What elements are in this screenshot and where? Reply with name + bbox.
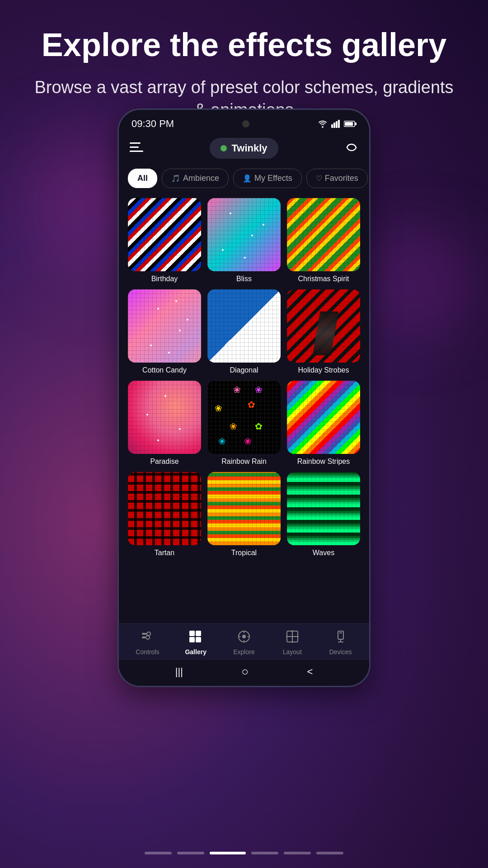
controls-label: Controls [136, 648, 159, 656]
ambience-icon: 🎵 [171, 174, 180, 183]
page-dot-4 [251, 852, 278, 854]
page-dot-6 [316, 852, 343, 854]
tab-ambience[interactable]: 🎵 Ambience [162, 169, 229, 188]
svg-rect-17 [189, 637, 195, 642]
camera-notch [242, 120, 249, 127]
effect-rainbow-stripes-label: Rainbow Stripes [297, 458, 350, 466]
svg-rect-5 [345, 122, 353, 126]
svg-rect-10 [130, 151, 143, 152]
signal-icon [331, 120, 340, 128]
page-dot-5 [284, 852, 311, 854]
layout-label: Layout [283, 648, 302, 656]
connection-status-dot [221, 145, 227, 151]
effect-tartan-label: Tartan [155, 549, 174, 557]
effect-rainbow-rain-label: Rainbow Rain [221, 458, 267, 466]
svg-rect-2 [336, 121, 338, 128]
favorites-icon: ♡ [316, 174, 322, 183]
devices-label: Devices [329, 648, 352, 656]
svg-rect-16 [196, 631, 201, 636]
svg-rect-15 [189, 631, 195, 636]
effect-holiday-strobes-label: Holiday Strobes [298, 366, 349, 374]
effect-diagonal[interactable]: Diagonal [207, 289, 281, 374]
menu-button[interactable] [130, 142, 143, 156]
svg-rect-28 [338, 631, 343, 639]
explore-label: Explore [233, 648, 254, 656]
effect-diagonal-label: Diagonal [230, 366, 258, 374]
nav-gallery[interactable]: Gallery [178, 630, 214, 656]
svg-point-14 [146, 636, 150, 639]
wifi-icon [318, 120, 328, 128]
nav-controls[interactable]: Controls [129, 630, 165, 656]
effect-tropical-label: Tropical [231, 549, 257, 557]
top-nav: Twinkly [119, 133, 369, 163]
effect-cotton-candy-label: Cotton Candy [142, 366, 187, 374]
page-dot-2 [177, 852, 204, 854]
effect-bliss-label: Bliss [236, 275, 252, 283]
devices-icon [334, 630, 347, 646]
tab-favorites[interactable]: ♡ Favorites [306, 169, 368, 188]
svg-rect-12 [142, 637, 145, 638]
svg-rect-0 [331, 124, 333, 128]
effect-christmas-spirit-label: Christmas Spirit [298, 275, 349, 283]
svg-rect-7 [130, 142, 141, 144]
svg-rect-3 [338, 120, 340, 128]
status-time: 09:30 PM [131, 118, 174, 130]
svg-rect-1 [333, 123, 335, 128]
tab-my-effects[interactable]: 👤 My Effects [233, 169, 302, 188]
effect-tartan[interactable]: Tartan [128, 472, 201, 557]
nav-layout[interactable]: Layout [274, 630, 310, 656]
battery-icon [344, 120, 357, 127]
phone-screen: 09:30 PM [119, 110, 369, 686]
tab-favorites-label: Favorites [325, 174, 358, 183]
phone-mockup: 09:30 PM [117, 108, 371, 687]
my-effects-icon: 👤 [243, 174, 252, 183]
tab-all[interactable]: All [128, 169, 157, 188]
effect-birthday-label: Birthday [151, 275, 178, 283]
page-dot-1 [145, 852, 172, 854]
back-button[interactable]: < [307, 666, 313, 678]
svg-rect-11 [142, 633, 146, 635]
effect-tropical[interactable]: Tropical [207, 472, 281, 557]
svg-point-20 [243, 635, 245, 638]
effect-rainbow-stripes[interactable]: Rainbow Stripes [287, 381, 360, 466]
tab-ambience-label: Ambience [183, 174, 219, 183]
explore-icon [238, 630, 250, 646]
page-title: Explore the effects gallery [27, 27, 461, 63]
loading-button[interactable] [345, 141, 358, 156]
filter-tabs: All 🎵 Ambience 👤 My Effects ♡ Favorites [119, 163, 369, 193]
effects-grid: Birthday Bliss [119, 193, 369, 623]
recent-apps-button[interactable]: ||| [175, 666, 183, 678]
tab-my-effects-label: My Effects [254, 174, 292, 183]
effect-birthday[interactable]: Birthday [128, 198, 201, 283]
bottom-nav: Controls Gallery [119, 623, 369, 660]
effect-paradise[interactable]: Paradise [128, 381, 201, 466]
status-bar: 09:30 PM [119, 110, 369, 133]
svg-rect-18 [196, 637, 201, 642]
tab-all-label: All [137, 174, 148, 183]
controls-icon [141, 630, 154, 646]
nav-explore[interactable]: Explore [226, 630, 262, 656]
effect-rainbow-rain[interactable]: ❀ ❀ ❀ ✿ ❀ ✿ ❀ ❀ Rainbow Rain [207, 381, 281, 466]
effect-christmas-spirit[interactable]: Christmas Spirit [287, 198, 360, 283]
page-dot-3 [210, 852, 246, 854]
effect-paradise-label: Paradise [150, 458, 178, 466]
effect-waves[interactable]: Waves [287, 472, 360, 557]
effect-cotton-candy[interactable]: Cotton Candy [128, 289, 201, 374]
brand-button[interactable]: Twinkly [210, 138, 278, 159]
status-icons [318, 120, 357, 128]
system-nav: ||| ○ < [119, 660, 369, 686]
svg-point-13 [147, 632, 150, 636]
layout-icon [286, 630, 299, 646]
effect-bliss[interactable]: Bliss [207, 198, 281, 283]
svg-rect-6 [355, 123, 357, 125]
effect-waves-label: Waves [313, 549, 334, 557]
nav-devices[interactable]: Devices [323, 630, 359, 656]
gallery-icon [189, 630, 202, 646]
svg-rect-8 [130, 146, 139, 148]
brand-name: Twinkly [231, 142, 267, 154]
gallery-label: Gallery [185, 648, 206, 656]
page-dots [145, 852, 343, 854]
home-button[interactable]: ○ [241, 665, 249, 679]
effect-holiday-strobes[interactable]: Holiday Strobes [287, 289, 360, 374]
